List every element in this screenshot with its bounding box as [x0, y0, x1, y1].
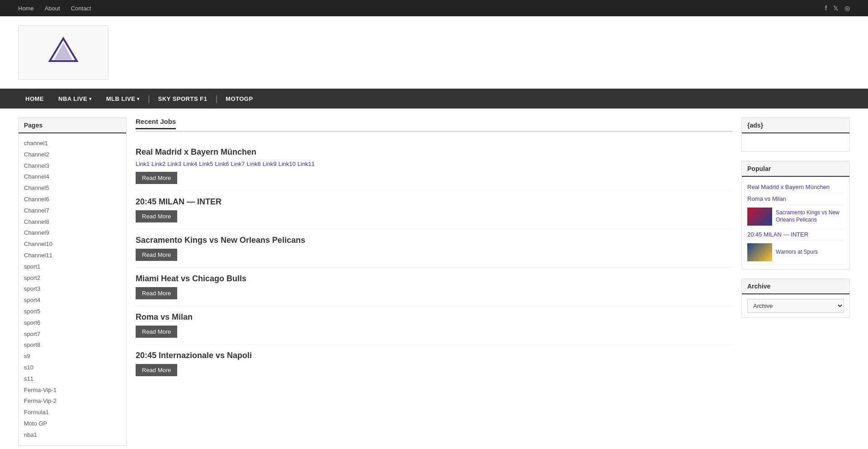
sidebar-page-link[interactable]: Formula1: [24, 407, 121, 418]
sidebar-page-link[interactable]: Moto GP: [24, 418, 121, 430]
sidebar-page-link[interactable]: sport7: [24, 329, 121, 340]
sidebar-page-link[interactable]: Channel7: [24, 205, 121, 217]
nav-mlb-live[interactable]: MLB LIVE ▾: [99, 89, 147, 109]
logo[interactable]: www.vipsportslive.online: [18, 25, 108, 80]
sidebar-page-link[interactable]: nba1: [24, 430, 121, 441]
facebook-icon[interactable]: f: [825, 5, 827, 12]
read-more-button[interactable]: Read More: [136, 326, 177, 338]
post-link[interactable]: Link9: [263, 161, 277, 167]
main-nav: HOME NBA LIVE ▾ MLB LIVE ▾ | SKY SPORTS …: [0, 89, 868, 109]
twitter-icon[interactable]: 𝕏: [833, 5, 838, 12]
sidebar-page-link[interactable]: Channel2: [24, 149, 121, 161]
read-more-button[interactable]: Read More: [136, 210, 177, 222]
sidebar-page-link[interactable]: Ferma-Vip-2: [24, 396, 121, 407]
header: www.vipsportslive.online: [0, 16, 868, 89]
sidebar-page-link[interactable]: sport6: [24, 317, 121, 329]
pages-widget-title: Pages: [19, 118, 126, 133]
sidebar-page-link[interactable]: s9: [24, 351, 121, 362]
nav-about[interactable]: About: [45, 5, 60, 12]
pages-widget: Pages channel1Channel2Channel3Channel4Ch…: [18, 118, 127, 446]
sidebar-right: {ads} Popular Real Madrid x Bayern Münch…: [741, 118, 850, 449]
sidebar-page-link[interactable]: Channel6: [24, 194, 121, 205]
sidebar-page-link[interactable]: sport8: [24, 340, 121, 351]
popular-item-link[interactable]: 20:45 MILAN — INTER: [747, 229, 844, 241]
post-link[interactable]: Link3: [167, 161, 181, 167]
popular-item-link[interactable]: Roma vs Milan: [747, 193, 844, 205]
svg-marker-1: [54, 43, 72, 60]
post-item: 20:45 Internazionale vs NapoliRead More: [136, 345, 732, 383]
post-item: Miami Heat vs Chicago BullsRead More: [136, 268, 732, 306]
popular-item-title: Sacramento Kings vs New Orleans Pelicans: [776, 209, 844, 223]
nav-motogp[interactable]: MOTOGP: [218, 89, 260, 109]
post-item: Sacramento Kings vs New Orleans Pelicans…: [136, 229, 732, 268]
mlb-dropdown-arrow: ▾: [137, 96, 140, 101]
post-link[interactable]: Link1: [136, 161, 150, 167]
popular-item[interactable]: Warriors at Spurs: [747, 241, 844, 265]
sidebar-page-link[interactable]: sport1: [24, 261, 121, 273]
post-links: Link1Link2Link3Link4Link5Link6Link7Link8…: [136, 161, 732, 167]
nav-contact[interactable]: Contact: [71, 5, 91, 12]
post-title: Real Madrid x Bayern München: [136, 147, 732, 157]
nav-sky-sports[interactable]: SKY SPORTS F1: [151, 89, 215, 109]
sidebar-left: Pages channel1Channel2Channel3Channel4Ch…: [18, 118, 127, 449]
post-title: Sacramento Kings vs New Orleans Pelicans: [136, 236, 732, 245]
popular-item-link[interactable]: Real Madrid x Bayern München: [747, 181, 844, 193]
post-title: 20:45 MILAN — INTER: [136, 197, 732, 207]
post-link[interactable]: Link5: [199, 161, 213, 167]
popular-title: Popular: [742, 161, 849, 177]
popular-item[interactable]: Sacramento Kings vs New Orleans Pelicans: [747, 205, 844, 229]
read-more-button[interactable]: Read More: [136, 249, 177, 261]
post-link[interactable]: Link6: [215, 161, 229, 167]
nav-home[interactable]: Home: [18, 5, 34, 12]
sidebar-page-link[interactable]: sport4: [24, 295, 121, 306]
sidebar-page-link[interactable]: Channel8: [24, 217, 121, 228]
sidebar-page-link[interactable]: sport3: [24, 284, 121, 295]
post-link[interactable]: Link4: [183, 161, 197, 167]
sidebar-page-link[interactable]: Channel11: [24, 250, 121, 261]
archive-content: Archive: [742, 294, 849, 317]
post-link[interactable]: Link7: [231, 161, 245, 167]
sidebar-page-link[interactable]: s11: [24, 373, 121, 385]
popular-item-thumbnail: [747, 243, 772, 261]
archive-select[interactable]: Archive: [747, 299, 844, 313]
sidebar-page-link[interactable]: Ferma-Vip-1: [24, 385, 121, 396]
sidebar-page-link[interactable]: channel1: [24, 138, 121, 149]
nav-divider-2: |: [214, 94, 218, 104]
sidebar-page-link[interactable]: Channel3: [24, 161, 121, 172]
sidebar-page-link[interactable]: s10: [24, 362, 121, 373]
top-nav: Home About Contact: [18, 5, 91, 12]
sidebar-page-link[interactable]: sport2: [24, 273, 121, 284]
main-content: Recent Jobs Real Madrid x Bayern München…: [136, 118, 732, 449]
read-more-button[interactable]: Read More: [136, 287, 177, 299]
popular-item-thumbnail: [747, 208, 772, 226]
logo-svg: www.vipsportslive.online: [45, 36, 81, 68]
popular-item-title: Warriors at Spurs: [776, 249, 818, 256]
posts-list: Real Madrid x Bayern MünchenLink1Link2Li…: [136, 141, 732, 383]
sidebar-page-link[interactable]: Channel9: [24, 227, 121, 239]
nba-dropdown-arrow: ▾: [89, 96, 92, 101]
post-item: 20:45 MILAN — INTERRead More: [136, 191, 732, 229]
post-link[interactable]: Link2: [151, 161, 165, 167]
sidebar-page-link[interactable]: Channel5: [24, 183, 121, 194]
nav-nba-live[interactable]: NBA LIVE ▾: [51, 89, 99, 109]
instagram-icon[interactable]: ◎: [844, 5, 850, 12]
top-bar: Home About Contact f 𝕏 ◎: [0, 0, 868, 16]
archive-title: Archive: [742, 279, 849, 294]
ads-widget: {ads}: [741, 118, 850, 152]
archive-widget: Archive Archive: [741, 279, 850, 318]
post-title: 20:45 Internazionale vs Napoli: [136, 351, 732, 360]
popular-list: Real Madrid x Bayern MünchenRoma vs Mila…: [742, 177, 849, 269]
sidebar-page-link[interactable]: sport5: [24, 306, 121, 317]
sidebar-page-link[interactable]: Channel10: [24, 239, 121, 250]
post-link[interactable]: Link8: [247, 161, 261, 167]
sidebar-page-link[interactable]: Channel4: [24, 171, 121, 183]
nav-home-main[interactable]: HOME: [18, 89, 51, 109]
post-link[interactable]: Link11: [297, 161, 315, 167]
read-more-button[interactable]: Read More: [136, 172, 177, 184]
ads-title: {ads}: [742, 118, 849, 133]
social-icons: f 𝕏 ◎: [825, 5, 850, 12]
section-header: Recent Jobs: [136, 118, 732, 132]
post-link[interactable]: Link10: [278, 161, 296, 167]
pages-widget-content: channel1Channel2Channel3Channel4Channel5…: [19, 133, 126, 445]
read-more-button[interactable]: Read More: [136, 364, 177, 376]
